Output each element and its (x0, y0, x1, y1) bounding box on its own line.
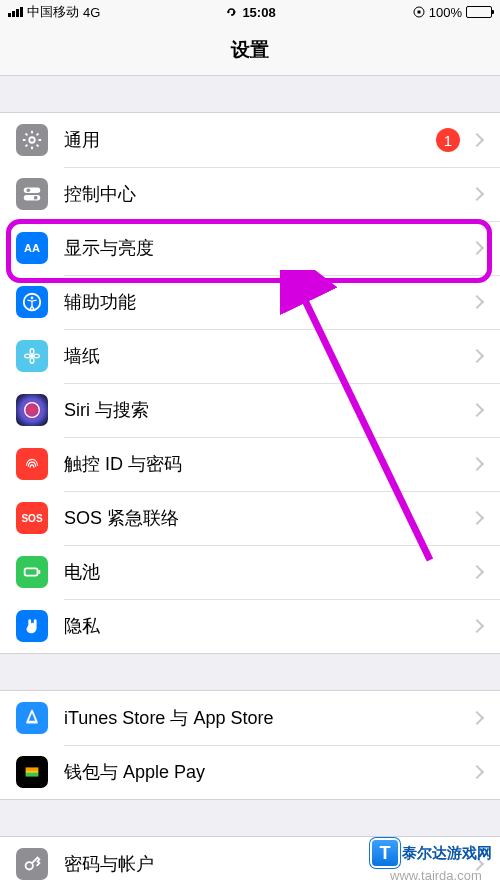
toggle-icon (16, 178, 48, 210)
settings-row-touch-id[interactable]: 触控 ID 与密码 (0, 437, 500, 491)
settings-row-accessibility[interactable]: 辅助功能 (0, 275, 500, 329)
watermark-logo-letter: T (372, 840, 398, 866)
orientation-lock-icon (413, 6, 425, 18)
chevron-right-icon (470, 619, 484, 633)
battery-pct: 100% (429, 5, 462, 20)
svg-rect-18 (38, 570, 40, 574)
svg-point-4 (29, 137, 35, 143)
settings-row-wallpaper[interactable]: 墙纸 (0, 329, 500, 383)
carrier-label: 中国移动 (27, 3, 79, 21)
time-label: 15:08 (242, 5, 275, 20)
settings-row-general[interactable]: 通用 1 (0, 113, 500, 167)
network-label: 4G (83, 5, 100, 20)
watermark-brand: 泰尔达游戏网 (402, 844, 492, 863)
row-label: Siri 与搜索 (64, 398, 472, 422)
sos-icon: SOS (16, 502, 48, 534)
settings-row-itunes[interactable]: iTunes Store 与 App Store (0, 691, 500, 745)
nav-bar: 设置 (0, 24, 500, 76)
row-label: 触控 ID 与密码 (64, 452, 472, 476)
gear-icon (16, 124, 48, 156)
settings-row-display[interactable]: AA 显示与亮度 (0, 221, 500, 275)
svg-rect-5 (24, 188, 41, 194)
svg-rect-22 (26, 773, 39, 777)
battery-row-icon (16, 556, 48, 588)
svg-point-23 (26, 862, 33, 869)
flower-icon (16, 340, 48, 372)
settings-row-sos[interactable]: SOS SOS 紧急联络 (0, 491, 500, 545)
text-size-icon: AA (16, 232, 48, 264)
svg-point-14 (25, 354, 31, 358)
hand-icon (16, 610, 48, 642)
svg-rect-20 (26, 767, 39, 770)
fingerprint-icon (16, 448, 48, 480)
row-label: 通用 (64, 128, 436, 152)
status-bar: 中国移动 4G 15:08 100% (0, 0, 500, 24)
hotspot-icon (224, 6, 238, 18)
svg-point-0 (227, 11, 229, 13)
chevron-right-icon (470, 187, 484, 201)
chevron-right-icon (470, 349, 484, 363)
chevron-right-icon (470, 457, 484, 471)
settings-row-wallet[interactable]: 钱包与 Apple Pay (0, 745, 500, 799)
settings-row-privacy[interactable]: 隐私 (0, 599, 500, 653)
badge-count: 1 (436, 128, 460, 152)
svg-rect-3 (417, 11, 420, 14)
settings-row-siri[interactable]: Siri 与搜索 (0, 383, 500, 437)
row-label: 钱包与 Apple Pay (64, 760, 472, 784)
svg-rect-17 (25, 568, 38, 575)
row-label: 墙纸 (64, 344, 472, 368)
svg-rect-6 (24, 195, 41, 201)
settings-group-2: iTunes Store 与 App Store 钱包与 Apple Pay (0, 690, 500, 800)
siri-icon (16, 394, 48, 426)
watermark-logo: T 泰尔达游戏网 (372, 840, 492, 866)
chevron-right-icon (470, 403, 484, 417)
svg-point-1 (233, 11, 235, 13)
status-center: 15:08 (224, 5, 275, 20)
appstore-icon (16, 702, 48, 734)
settings-group-1: 通用 1 控制中心 AA 显示与亮度 辅助功能 墙纸 Siri 与搜索 (0, 112, 500, 654)
row-label: 辅助功能 (64, 290, 472, 314)
page-title: 设置 (231, 37, 269, 63)
chevron-right-icon (470, 295, 484, 309)
watermark-url: www.tairda.com (390, 868, 482, 885)
battery-icon (466, 6, 492, 18)
row-label: iTunes Store 与 App Store (64, 706, 472, 730)
svg-point-7 (27, 189, 31, 193)
row-label: 显示与亮度 (64, 236, 472, 260)
chevron-right-icon (470, 511, 484, 525)
svg-point-12 (30, 349, 34, 355)
svg-point-8 (34, 196, 38, 200)
chevron-right-icon (470, 765, 484, 779)
svg-point-10 (31, 297, 34, 300)
svg-point-16 (25, 403, 40, 418)
chevron-right-icon (470, 565, 484, 579)
key-icon (16, 848, 48, 880)
chevron-right-icon (470, 711, 484, 725)
accessibility-icon (16, 286, 48, 318)
row-label: SOS 紧急联络 (64, 506, 472, 530)
status-left: 中国移动 4G (8, 3, 100, 21)
row-label: 控制中心 (64, 182, 472, 206)
row-label: 电池 (64, 560, 472, 584)
chevron-right-icon (470, 241, 484, 255)
status-right: 100% (413, 5, 492, 20)
signal-icon (8, 7, 23, 17)
row-label: 隐私 (64, 614, 472, 638)
wallet-icon (16, 756, 48, 788)
svg-point-15 (34, 354, 40, 358)
svg-point-13 (30, 358, 34, 364)
settings-row-control-center[interactable]: 控制中心 (0, 167, 500, 221)
settings-row-battery[interactable]: 电池 (0, 545, 500, 599)
svg-rect-21 (26, 770, 39, 773)
chevron-right-icon (470, 133, 484, 147)
